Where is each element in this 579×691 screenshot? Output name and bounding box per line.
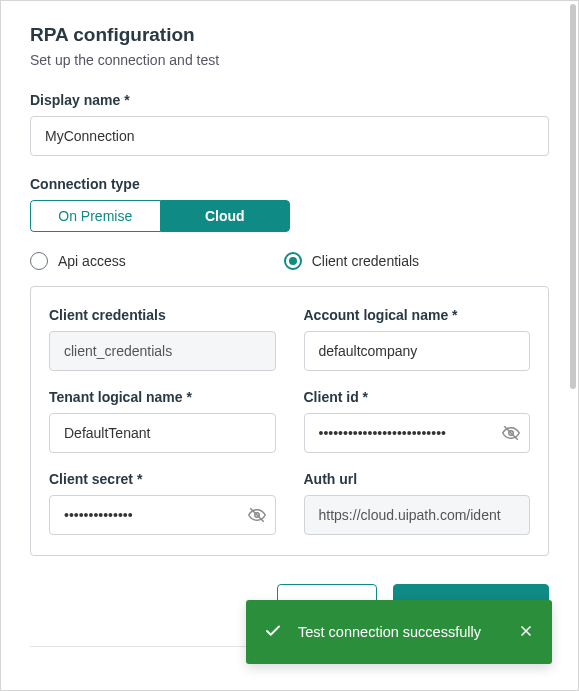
radio-icon	[284, 252, 302, 270]
auth-url-input	[304, 495, 531, 535]
radio-icon	[30, 252, 48, 270]
eye-off-icon[interactable]	[248, 506, 266, 524]
page-subtitle: Set up the connection and test	[30, 52, 549, 68]
client-credentials-label: Client credentials	[49, 307, 276, 323]
toast-message: Test connection successfully	[298, 624, 502, 640]
check-icon	[264, 622, 282, 643]
auth-url-label: Auth url	[304, 471, 531, 487]
display-name-input[interactable]	[30, 116, 549, 156]
account-logical-name-label: Account logical name *	[304, 307, 531, 323]
radio-api-access[interactable]: Api access	[30, 252, 126, 270]
radio-client-credentials[interactable]: Client credentials	[284, 252, 419, 270]
radio-api-access-label: Api access	[58, 253, 126, 269]
connection-type-cloud[interactable]: Cloud	[160, 200, 291, 232]
client-secret-input[interactable]	[49, 495, 276, 535]
success-toast: Test connection successfully	[246, 600, 552, 664]
client-id-input[interactable]	[304, 413, 531, 453]
client-secret-label: Client secret *	[49, 471, 276, 487]
account-logical-name-input[interactable]	[304, 331, 531, 371]
tenant-logical-name-input[interactable]	[49, 413, 276, 453]
close-icon[interactable]	[518, 623, 534, 642]
client-id-label: Client id *	[304, 389, 531, 405]
eye-off-icon[interactable]	[502, 424, 520, 442]
page-title: RPA configuration	[30, 24, 549, 46]
radio-client-credentials-label: Client credentials	[312, 253, 419, 269]
tenant-logical-name-label: Tenant logical name *	[49, 389, 276, 405]
scrollbar-thumb[interactable]	[570, 4, 576, 389]
display-name-label: Display name *	[30, 92, 549, 108]
connection-type-toggle: On Premise Cloud	[30, 200, 290, 232]
connection-type-onpremise[interactable]: On Premise	[30, 200, 160, 232]
credentials-panel: Client credentials Account logical name …	[30, 286, 549, 556]
connection-type-label: Connection type	[30, 176, 549, 192]
client-credentials-input	[49, 331, 276, 371]
